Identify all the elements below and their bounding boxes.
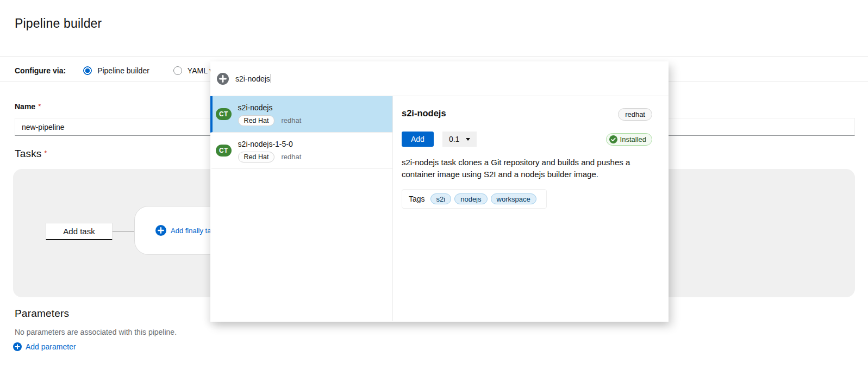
text-cursor bbox=[271, 74, 272, 83]
task-list-item-s2i-nodejs[interactable]: CT s2i-nodejs Red Hat redhat bbox=[210, 96, 392, 133]
plus-circle-icon bbox=[13, 342, 22, 351]
task-item-main: s2i-nodejs-1-5-0 Red Hat redhat bbox=[238, 139, 302, 162]
vendor-pill: Red Hat bbox=[238, 115, 275, 126]
installed-label: Installed bbox=[620, 135, 646, 143]
task-search-value[interactable]: s2i-nodejs bbox=[235, 74, 270, 83]
required-asterisk: * bbox=[38, 102, 41, 110]
task-description: s2i-nodejs task clones a Git repository … bbox=[402, 157, 647, 180]
tasks-heading: Tasks* bbox=[15, 148, 47, 160]
check-circle-icon bbox=[609, 135, 617, 143]
pipeline-builder-page: Pipeline builder Configure via: Pipeline… bbox=[0, 0, 868, 369]
task-detail-header: s2i-nodejs redhat bbox=[402, 108, 652, 121]
task-detail-title: s2i-nodejs bbox=[402, 108, 446, 118]
parameters-heading: Parameters bbox=[15, 308, 69, 320]
task-item-subrow: Red Hat redhat bbox=[238, 115, 302, 126]
tag-chip: nodejs bbox=[454, 193, 487, 204]
provider-text: redhat bbox=[281, 153, 301, 161]
vendor-pill: Red Hat bbox=[238, 152, 275, 162]
provider-text: redhat bbox=[281, 116, 301, 124]
divider bbox=[0, 56, 868, 57]
name-label: Name bbox=[15, 102, 35, 111]
task-item-subrow: Red Hat redhat bbox=[238, 152, 302, 162]
tag-chip: s2i bbox=[430, 193, 452, 204]
task-detail-actions: Add 0.1 Installed bbox=[402, 132, 652, 147]
parameters-empty-message: No parameters are associated with this p… bbox=[15, 328, 177, 336]
configure-via-label: Configure via: bbox=[15, 66, 66, 75]
radio-unselected-icon[interactable] bbox=[173, 66, 182, 75]
task-list-item-s2i-nodejs-1-5-0[interactable]: CT s2i-nodejs-1-5-0 Red Hat redhat bbox=[210, 133, 392, 169]
page-title: Pipeline builder bbox=[15, 16, 102, 31]
configure-option-pipeline-builder[interactable]: Pipeline builder bbox=[83, 66, 149, 75]
task-detail-panel: s2i-nodejs redhat Add 0.1 Installed bbox=[393, 96, 669, 321]
plus-circle-icon bbox=[155, 225, 166, 236]
task-menu-body: CT s2i-nodejs Red Hat redhat CT s2i-node… bbox=[210, 96, 669, 321]
version-dropdown[interactable]: 0.1 bbox=[442, 132, 477, 147]
create-plus-circle-icon bbox=[217, 73, 229, 85]
add-task-button[interactable]: Add bbox=[402, 132, 434, 147]
add-parameter-label[interactable]: Add parameter bbox=[26, 342, 76, 351]
required-asterisk: * bbox=[45, 149, 47, 157]
task-result-list: CT s2i-nodejs Red Hat redhat CT s2i-node… bbox=[210, 96, 393, 321]
radio-label[interactable]: Pipeline builder bbox=[97, 66, 149, 75]
add-parameter-link[interactable]: Add parameter bbox=[13, 342, 76, 351]
add-task-label[interactable]: Add task bbox=[63, 227, 95, 236]
cluster-task-badge: CT bbox=[216, 108, 232, 120]
name-field-label-row: Name * bbox=[15, 102, 41, 111]
task-search-row[interactable]: s2i-nodejs bbox=[210, 61, 669, 96]
provider-badge: redhat bbox=[618, 108, 652, 121]
task-search-input[interactable]: s2i-nodejs bbox=[235, 74, 271, 83]
tasks-heading-text: Tasks bbox=[15, 148, 42, 159]
task-catalog-menu: s2i-nodejs CT s2i-nodejs Red Hat redhat … bbox=[210, 61, 669, 322]
tags-label: Tags bbox=[409, 195, 425, 203]
tags-group: Tags s2i nodejs workspace bbox=[402, 189, 547, 209]
chevron-down-icon bbox=[466, 138, 470, 141]
add-task-node[interactable]: Add task bbox=[46, 223, 113, 240]
task-item-main: s2i-nodejs Red Hat redhat bbox=[238, 103, 302, 126]
cluster-task-badge: CT bbox=[216, 145, 232, 157]
task-item-title[interactable]: s2i-nodejs bbox=[238, 103, 273, 112]
task-item-title[interactable]: s2i-nodejs-1-5-0 bbox=[238, 140, 293, 148]
version-value[interactable]: 0.1 bbox=[449, 135, 459, 143]
tag-chip: workspace bbox=[491, 193, 536, 204]
radio-selected-icon[interactable] bbox=[83, 66, 92, 75]
installed-badge: Installed bbox=[606, 133, 652, 146]
task-connector-line bbox=[113, 231, 134, 232]
